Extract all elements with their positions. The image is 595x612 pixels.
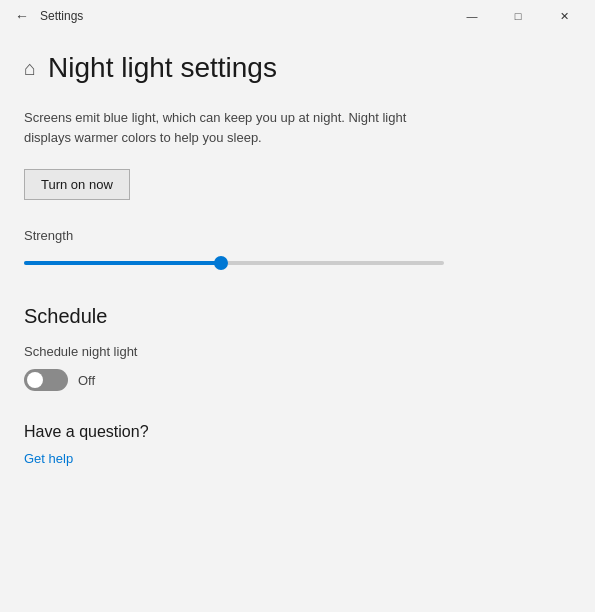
toggle-state-label: Off xyxy=(78,373,95,388)
back-button[interactable]: ← xyxy=(8,2,36,30)
home-icon: ⌂ xyxy=(24,57,36,80)
faq-section: Have a question? Get help xyxy=(24,423,571,467)
maximize-button[interactable]: □ xyxy=(495,0,541,32)
back-icon: ← xyxy=(15,8,29,24)
strength-slider-wrapper[interactable] xyxy=(24,253,444,273)
strength-section: Strength xyxy=(24,228,571,273)
page-header: ⌂ Night light settings xyxy=(24,52,571,84)
description-text: Screens emit blue light, which can keep … xyxy=(24,108,454,147)
title-bar-title: Settings xyxy=(40,9,449,23)
title-bar: ← Settings — □ ✕ xyxy=(0,0,595,32)
toggle-row: Off xyxy=(24,369,571,391)
slider-track xyxy=(24,261,444,265)
toggle-thumb xyxy=(27,372,43,388)
schedule-toggle[interactable] xyxy=(24,369,68,391)
page-title: Night light settings xyxy=(48,52,277,84)
main-content: ⌂ Night light settings Screens emit blue… xyxy=(0,32,595,612)
slider-thumb[interactable] xyxy=(214,256,228,270)
faq-heading: Have a question? xyxy=(24,423,571,441)
slider-fill xyxy=(24,261,221,265)
window: ← Settings — □ ✕ ⌂ Night light settings … xyxy=(0,0,595,612)
strength-label: Strength xyxy=(24,228,571,243)
turn-on-button[interactable]: Turn on now xyxy=(24,169,130,200)
schedule-section: Schedule Schedule night light Off xyxy=(24,305,571,391)
title-bar-controls: — □ ✕ xyxy=(449,0,587,32)
schedule-label: Schedule night light xyxy=(24,344,571,359)
schedule-heading: Schedule xyxy=(24,305,571,328)
minimize-button[interactable]: — xyxy=(449,0,495,32)
get-help-link[interactable]: Get help xyxy=(24,451,73,466)
toggle-track xyxy=(24,369,68,391)
close-button[interactable]: ✕ xyxy=(541,0,587,32)
